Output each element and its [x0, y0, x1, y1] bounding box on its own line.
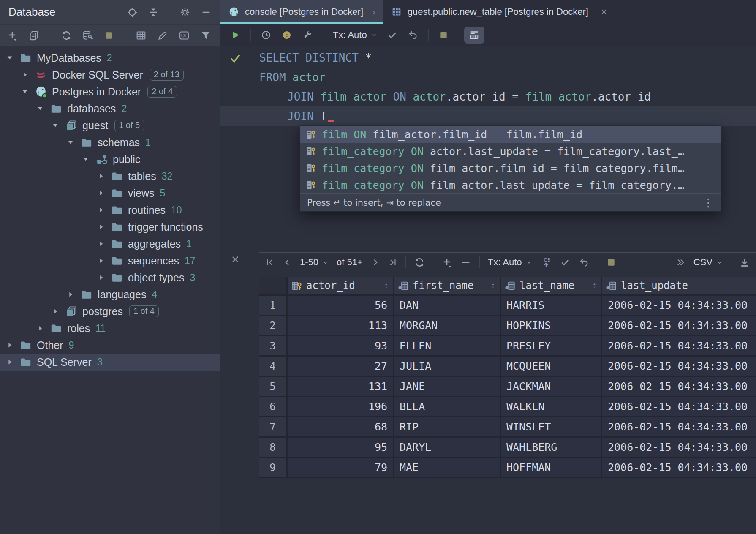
- collapsed-arrow-icon[interactable]: [97, 274, 105, 281]
- code-line[interactable]: JOIN film_actor ON actor.actor_id = film…: [220, 87, 756, 106]
- add-row-button[interactable]: [441, 257, 452, 268]
- tree-item[interactable]: languages 4: [0, 286, 220, 303]
- cell-first_name[interactable]: JULIA: [394, 357, 500, 376]
- collapsed-arrow-icon[interactable]: [97, 257, 105, 264]
- cell-actor_id[interactable]: 79: [288, 458, 393, 477]
- row-number[interactable]: 2: [259, 316, 286, 335]
- edit-button[interactable]: [157, 30, 168, 41]
- previous-page-button[interactable]: [283, 258, 292, 267]
- cell-first_name[interactable]: MORGAN: [394, 316, 500, 335]
- in-editor-results-toggle[interactable]: [464, 27, 484, 44]
- collapsed-arrow-icon[interactable]: [97, 172, 105, 180]
- cell-last_update[interactable]: 2006-02-15 04:34:33.00: [602, 458, 756, 477]
- cell-last_update[interactable]: 2006-02-15 04:34:33.00: [602, 438, 756, 457]
- duplicate-button[interactable]: [28, 30, 39, 41]
- column-header-actor_id[interactable]: actor_id: [288, 277, 393, 294]
- completion-item[interactable]: film ON film_actor.film_id = film.film_i…: [300, 126, 721, 143]
- row-number[interactable]: 8: [259, 438, 286, 457]
- tree-item[interactable]: views 5: [0, 185, 220, 202]
- tx-mode-dropdown[interactable]: Tx: Auto: [333, 30, 377, 41]
- tree-item[interactable]: MyDatabases 2: [0, 49, 220, 66]
- tree-item[interactable]: SQL Server 3: [0, 354, 220, 371]
- cell-last_update[interactable]: 2006-02-15 04:34:33.00: [602, 316, 756, 335]
- tree-item[interactable]: databases 2: [0, 100, 220, 117]
- column-header-last_name[interactable]: last_name: [501, 277, 601, 294]
- tab-console[interactable]: console [Postgres in Docker] ›: [220, 0, 383, 24]
- row-number[interactable]: 1: [259, 296, 286, 315]
- hide-panel-button[interactable]: [201, 7, 212, 18]
- column-header-first_name[interactable]: first_name: [394, 277, 500, 294]
- tree-item[interactable]: Docker SQL Server 2 of 13: [0, 66, 220, 83]
- tree-item[interactable]: postgres 1 of 4: [0, 303, 220, 320]
- row-number[interactable]: 7: [259, 417, 286, 436]
- cell-last_update[interactable]: 2006-02-15 04:34:33.00: [602, 417, 756, 436]
- close-results-button[interactable]: [230, 254, 241, 265]
- next-page-button[interactable]: [371, 258, 380, 267]
- settings-wrench-button[interactable]: [302, 30, 313, 41]
- collapsed-arrow-icon[interactable]: [97, 240, 105, 248]
- tree-item[interactable]: object types 3: [0, 269, 220, 286]
- stop-button[interactable]: [104, 30, 114, 41]
- cell-actor_id[interactable]: 113: [288, 316, 393, 335]
- code-line[interactable]: FROM actor: [220, 68, 756, 87]
- commit-button[interactable]: [387, 30, 398, 41]
- refresh-button[interactable]: [61, 30, 72, 41]
- cell-last_name[interactable]: HOPKINS: [501, 316, 601, 335]
- completion-item[interactable]: film_category ON film_actor.film_id = fi…: [300, 160, 721, 177]
- commit-button[interactable]: [560, 257, 571, 268]
- cell-actor_id[interactable]: 56: [288, 296, 393, 315]
- expanded-arrow-icon[interactable]: [36, 105, 44, 112]
- cell-actor_id[interactable]: 95: [288, 438, 393, 457]
- expanded-arrow-icon[interactable]: [52, 122, 59, 129]
- cell-first_name[interactable]: MAE: [394, 458, 500, 477]
- collapse-all-button[interactable]: [148, 7, 159, 18]
- cell-last_name[interactable]: WALKEN: [501, 397, 601, 416]
- rollback-button[interactable]: [408, 30, 419, 41]
- delete-row-button[interactable]: [460, 257, 471, 268]
- completion-item[interactable]: film_category ON film_actor.last_update …: [300, 177, 721, 193]
- code-line[interactable]: JOIN f: [220, 106, 756, 126]
- row-number[interactable]: 9: [259, 458, 286, 477]
- tree-item[interactable]: sequences 17: [0, 252, 220, 269]
- cell-first_name[interactable]: RIP: [394, 417, 500, 436]
- cell-actor_id[interactable]: 196: [288, 397, 393, 416]
- sort-arrows-icon[interactable]: [591, 282, 598, 290]
- locate-button[interactable]: [127, 7, 138, 18]
- cell-first_name[interactable]: JANE: [394, 377, 500, 396]
- tree-item[interactable]: Other 9: [0, 337, 220, 354]
- collapsed-arrow-icon[interactable]: [97, 189, 105, 197]
- more-options-icon[interactable]: ⋮: [703, 196, 714, 209]
- first-page-button[interactable]: [265, 258, 275, 267]
- tree-item[interactable]: roles 11: [0, 320, 220, 337]
- tree-item[interactable]: aggregates 1: [0, 235, 220, 252]
- cell-last_name[interactable]: PRESLEY: [501, 336, 601, 355]
- collapsed-arrow-icon[interactable]: [36, 324, 44, 332]
- cell-first_name[interactable]: ELLEN: [394, 336, 500, 355]
- close-tab-icon[interactable]: [600, 8, 608, 16]
- cell-first_name[interactable]: BELA: [394, 397, 500, 416]
- cell-first_name[interactable]: DARYL: [394, 438, 500, 457]
- completion-item[interactable]: film_category ON actor.last_update = fil…: [300, 143, 721, 160]
- rollback-button[interactable]: [579, 257, 590, 268]
- expanded-arrow-icon[interactable]: [21, 88, 29, 95]
- submit-to-database-button[interactable]: DB: [540, 257, 552, 268]
- cell-last_name[interactable]: WINSLET: [501, 417, 601, 436]
- cell-last_update[interactable]: 2006-02-15 04:34:33.00: [602, 357, 756, 376]
- collapsed-arrow-icon[interactable]: [52, 308, 59, 315]
- row-number[interactable]: 3: [259, 336, 286, 355]
- sort-arrows-icon[interactable]: [383, 282, 389, 290]
- tree-item[interactable]: routines 10: [0, 202, 220, 218]
- tree-item[interactable]: schemas 1: [0, 134, 220, 151]
- settings-button[interactable]: [179, 7, 190, 18]
- cell-actor_id[interactable]: 93: [288, 336, 393, 355]
- cell-last_name[interactable]: HARRIS: [501, 296, 601, 315]
- expanded-arrow-icon[interactable]: [6, 54, 14, 62]
- tree-item[interactable]: public: [0, 151, 220, 168]
- tab-new-table[interactable]: guest.public.new_table [Postgres in Dock…: [383, 0, 616, 24]
- cell-first_name[interactable]: DAN: [394, 296, 500, 315]
- row-number[interactable]: 4: [259, 357, 286, 376]
- cell-last_update[interactable]: 2006-02-15 04:34:33.00: [602, 336, 756, 355]
- run-button[interactable]: [230, 30, 241, 41]
- expanded-arrow-icon[interactable]: [82, 155, 90, 163]
- export-data-button[interactable]: [739, 257, 750, 268]
